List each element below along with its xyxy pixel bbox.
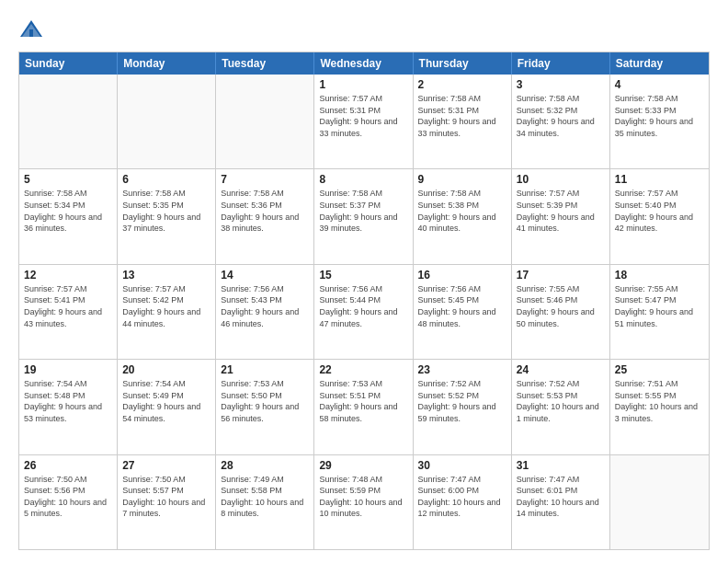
day-info: Sunrise: 7:50 AM Sunset: 5:57 PM Dayligh… [122,474,210,520]
day-number: 22 [319,363,407,376]
calendar-cell: 20Sunrise: 7:54 AM Sunset: 5:49 PM Dayli… [118,360,216,454]
day-number: 10 [517,173,605,186]
day-number: 25 [615,363,704,376]
weekday-header: Tuesday [216,52,314,75]
calendar-cell: 25Sunrise: 7:51 AM Sunset: 5:55 PM Dayli… [610,360,709,454]
day-number: 21 [221,363,309,376]
day-info: Sunrise: 7:58 AM Sunset: 5:37 PM Dayligh… [319,188,407,234]
calendar-cell: 24Sunrise: 7:52 AM Sunset: 5:53 PM Dayli… [512,360,610,454]
calendar-cell: 5Sunrise: 7:58 AM Sunset: 5:34 PM Daylig… [19,169,118,263]
day-number: 31 [517,459,605,472]
page-header [18,17,710,42]
day-info: Sunrise: 7:55 AM Sunset: 5:46 PM Dayligh… [517,283,605,329]
calendar-cell: 28Sunrise: 7:49 AM Sunset: 5:58 PM Dayli… [216,455,314,549]
day-info: Sunrise: 7:57 AM Sunset: 5:42 PM Dayligh… [122,283,210,329]
logo [18,17,48,42]
calendar-cell [216,75,314,168]
calendar-cell: 22Sunrise: 7:53 AM Sunset: 5:51 PM Dayli… [314,360,413,454]
day-number: 13 [122,269,210,282]
day-info: Sunrise: 7:56 AM Sunset: 5:43 PM Dayligh… [221,283,309,329]
calendar-cell: 26Sunrise: 7:50 AM Sunset: 5:56 PM Dayli… [19,455,118,549]
calendar-row: 12Sunrise: 7:57 AM Sunset: 5:41 PM Dayli… [19,264,709,359]
day-info: Sunrise: 7:52 AM Sunset: 5:53 PM Dayligh… [517,378,605,424]
day-number: 27 [122,459,210,472]
calendar: SundayMondayTuesdayWednesdayThursdayFrid… [18,52,710,550]
day-number: 30 [418,459,506,472]
day-number: 8 [319,173,407,186]
calendar-cell: 4Sunrise: 7:58 AM Sunset: 5:33 PM Daylig… [610,75,709,168]
calendar-cell: 9Sunrise: 7:58 AM Sunset: 5:38 PM Daylig… [414,169,512,263]
calendar-cell: 8Sunrise: 7:58 AM Sunset: 5:37 PM Daylig… [314,169,413,263]
calendar-cell: 17Sunrise: 7:55 AM Sunset: 5:46 PM Dayli… [512,265,610,359]
day-info: Sunrise: 7:50 AM Sunset: 5:56 PM Dayligh… [24,474,112,520]
calendar-body: 1Sunrise: 7:57 AM Sunset: 5:31 PM Daylig… [19,75,709,549]
day-number: 14 [221,269,309,282]
day-info: Sunrise: 7:47 AM Sunset: 6:00 PM Dayligh… [418,474,506,520]
day-number: 15 [319,269,407,282]
calendar-cell: 18Sunrise: 7:55 AM Sunset: 5:47 PM Dayli… [610,265,709,359]
day-info: Sunrise: 7:47 AM Sunset: 6:01 PM Dayligh… [517,474,605,520]
calendar-cell: 2Sunrise: 7:58 AM Sunset: 5:31 PM Daylig… [414,75,512,168]
calendar-cell [118,75,216,168]
calendar-cell: 19Sunrise: 7:54 AM Sunset: 5:48 PM Dayli… [19,360,118,454]
calendar-cell: 11Sunrise: 7:57 AM Sunset: 5:40 PM Dayli… [610,169,709,263]
calendar-cell: 10Sunrise: 7:57 AM Sunset: 5:39 PM Dayli… [512,169,610,263]
calendar-row: 1Sunrise: 7:57 AM Sunset: 5:31 PM Daylig… [19,75,709,168]
calendar-row: 5Sunrise: 7:58 AM Sunset: 5:34 PM Daylig… [19,168,709,263]
calendar-cell [19,75,118,168]
day-info: Sunrise: 7:54 AM Sunset: 5:49 PM Dayligh… [122,378,210,424]
day-number: 9 [418,173,506,186]
day-number: 4 [615,78,704,91]
day-info: Sunrise: 7:58 AM Sunset: 5:31 PM Dayligh… [418,93,506,139]
calendar-cell: 15Sunrise: 7:56 AM Sunset: 5:44 PM Dayli… [314,265,413,359]
day-info: Sunrise: 7:53 AM Sunset: 5:50 PM Dayligh… [221,378,309,424]
day-info: Sunrise: 7:48 AM Sunset: 5:59 PM Dayligh… [319,474,407,520]
day-number: 17 [517,269,605,282]
calendar-cell: 14Sunrise: 7:56 AM Sunset: 5:43 PM Dayli… [216,265,314,359]
day-info: Sunrise: 7:57 AM Sunset: 5:41 PM Dayligh… [24,283,112,329]
weekday-header: Saturday [610,52,709,75]
day-number: 19 [24,363,112,376]
day-info: Sunrise: 7:52 AM Sunset: 5:52 PM Dayligh… [418,378,506,424]
day-number: 18 [615,269,704,282]
calendar-cell: 21Sunrise: 7:53 AM Sunset: 5:50 PM Dayli… [216,360,314,454]
calendar-cell: 12Sunrise: 7:57 AM Sunset: 5:41 PM Dayli… [19,265,118,359]
day-number: 3 [517,78,605,91]
day-number: 6 [122,173,210,186]
day-info: Sunrise: 7:51 AM Sunset: 5:55 PM Dayligh… [615,378,704,424]
calendar-cell: 31Sunrise: 7:47 AM Sunset: 6:01 PM Dayli… [512,455,610,549]
calendar-cell: 29Sunrise: 7:48 AM Sunset: 5:59 PM Dayli… [314,455,413,549]
day-info: Sunrise: 7:58 AM Sunset: 5:36 PM Dayligh… [221,188,309,234]
calendar-cell: 7Sunrise: 7:58 AM Sunset: 5:36 PM Daylig… [216,169,314,263]
day-number: 28 [221,459,309,472]
day-info: Sunrise: 7:57 AM Sunset: 5:39 PM Dayligh… [517,188,605,234]
calendar-cell: 6Sunrise: 7:58 AM Sunset: 5:35 PM Daylig… [118,169,216,263]
calendar-row: 26Sunrise: 7:50 AM Sunset: 5:56 PM Dayli… [19,454,709,549]
weekday-header: Friday [512,52,610,75]
calendar-cell: 1Sunrise: 7:57 AM Sunset: 5:31 PM Daylig… [314,75,413,168]
day-number: 2 [418,78,506,91]
day-info: Sunrise: 7:58 AM Sunset: 5:34 PM Dayligh… [24,188,112,234]
day-info: Sunrise: 7:57 AM Sunset: 5:40 PM Dayligh… [615,188,704,234]
day-number: 24 [517,363,605,376]
calendar-cell [610,455,709,549]
calendar-cell: 13Sunrise: 7:57 AM Sunset: 5:42 PM Dayli… [118,265,216,359]
weekday-header: Monday [118,52,216,75]
day-info: Sunrise: 7:55 AM Sunset: 5:47 PM Dayligh… [615,283,704,329]
weekday-header: Thursday [414,52,512,75]
day-number: 12 [24,269,112,282]
calendar-cell: 30Sunrise: 7:47 AM Sunset: 6:00 PM Dayli… [414,455,512,549]
calendar-cell: 23Sunrise: 7:52 AM Sunset: 5:52 PM Dayli… [414,360,512,454]
day-info: Sunrise: 7:49 AM Sunset: 5:58 PM Dayligh… [221,474,309,520]
day-number: 5 [24,173,112,186]
weekday-header: Sunday [19,52,118,75]
day-info: Sunrise: 7:58 AM Sunset: 5:33 PM Dayligh… [615,93,704,139]
day-info: Sunrise: 7:58 AM Sunset: 5:32 PM Dayligh… [517,93,605,139]
day-number: 26 [24,459,112,472]
calendar-header: SundayMondayTuesdayWednesdayThursdayFrid… [19,52,709,75]
day-number: 23 [418,363,506,376]
day-info: Sunrise: 7:57 AM Sunset: 5:31 PM Dayligh… [319,93,407,139]
day-number: 7 [221,173,309,186]
day-info: Sunrise: 7:58 AM Sunset: 5:35 PM Dayligh… [122,188,210,234]
calendar-cell: 27Sunrise: 7:50 AM Sunset: 5:57 PM Dayli… [118,455,216,549]
